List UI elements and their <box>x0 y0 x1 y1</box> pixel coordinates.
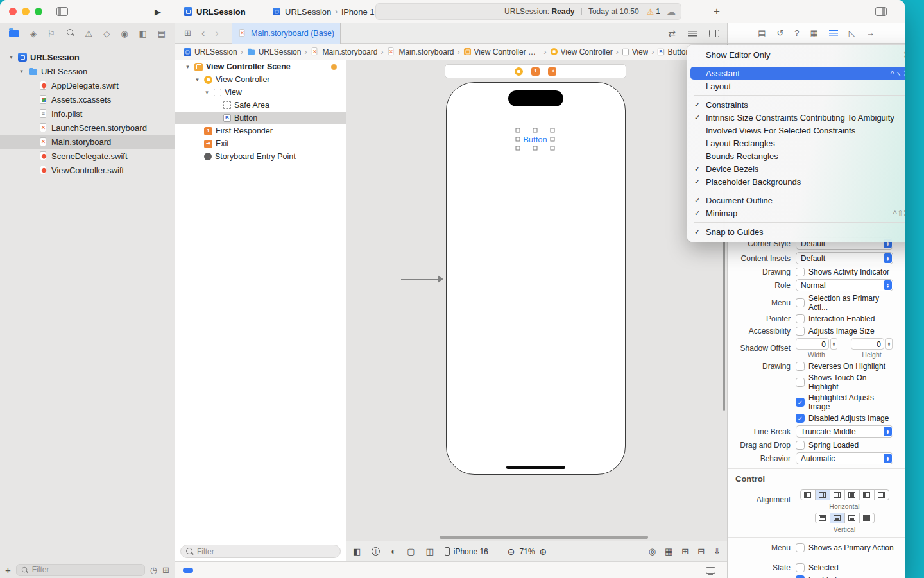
selection-handle[interactable] <box>551 137 555 142</box>
align-icon[interactable]: ⊞ <box>681 547 689 556</box>
add-editor-icon[interactable] <box>709 30 719 37</box>
checkbox-enabled[interactable]: ✓Enabled <box>796 575 837 578</box>
attributes-inspector-icon[interactable] <box>829 28 838 38</box>
orientation-icon[interactable]: ◫ <box>425 547 433 556</box>
checkbox-selection-as-primary-acti[interactable]: Selection as Primary Acti... <box>796 294 896 312</box>
file-row-appdelegate-swift[interactable]: AppDelegate.swift <box>0 78 175 92</box>
breadcrumb-view-6[interactable]: View <box>622 47 649 56</box>
breakpoints-navigator-icon[interactable]: ◧ <box>139 29 146 38</box>
selection-handle[interactable] <box>516 146 520 151</box>
zoom-in-icon[interactable]: ⊕ <box>540 547 547 556</box>
align-segment-h-1[interactable] <box>815 489 830 500</box>
file-row-assets-xcassets[interactable]: Assets.xcassets <box>0 92 175 106</box>
project-navigator-icon[interactable] <box>9 28 19 39</box>
align-segment-h-2[interactable] <box>830 489 845 500</box>
field-shadow-offset-width[interactable]: 0▲▼ <box>796 338 837 350</box>
checkbox-shows-touch-on-highlight[interactable]: Shows Touch On Highlight <box>796 373 896 391</box>
embed-icon[interactable]: ▦ <box>665 547 672 556</box>
selection-handle[interactable] <box>516 128 520 133</box>
editor-options-button[interactable] <box>688 30 697 37</box>
hide-document-outline-icon[interactable]: ◧ <box>353 547 361 556</box>
tab-main-storyboard[interactable]: ✕ Main.storyboard (Base) <box>232 23 341 44</box>
add-constraints-icon[interactable]: ⊟ <box>697 547 705 556</box>
outline-row-exit[interactable]: ⇥Exit <box>175 137 346 150</box>
menu-item-document-outline[interactable]: ✓Document Outline <box>687 194 905 207</box>
menu-item-assistant[interactable]: Assistant^⌥⌘↩ <box>690 67 905 80</box>
menu-item-device-bezels[interactable]: ✓Device Bezels <box>687 162 905 175</box>
align-segment-v-1[interactable] <box>830 513 845 523</box>
update-frames-icon[interactable]: ◎ <box>649 547 656 556</box>
file-row-urlsession[interactable]: ▾URLSession <box>0 64 175 78</box>
checkbox-selected[interactable]: Selected <box>796 563 839 572</box>
minimize-window-button[interactable] <box>22 8 30 15</box>
outline-row-safe-area[interactable]: Safe Area <box>175 99 346 112</box>
checkbox-shows-as-primary-action[interactable]: Shows as Primary Action <box>796 543 894 552</box>
file-row-main-storyboard[interactable]: ✕Main.storyboard <box>0 135 175 149</box>
identity-inspector-icon[interactable]: ▦ <box>810 28 818 38</box>
file-row-scenedelegate-swift[interactable]: SceneDelegate.swift <box>0 149 175 163</box>
size-inspector-icon[interactable]: ◺ <box>849 28 855 38</box>
menu-item-bounds-rectangles[interactable]: Bounds Rectangles <box>687 149 905 162</box>
selection-handle[interactable] <box>533 128 538 133</box>
close-window-button[interactable] <box>9 8 17 15</box>
checkbox-disabled-adjusts-image[interactable]: ✓Disabled Adjusts Image <box>796 414 889 423</box>
checkbox-adjusts-image-size[interactable]: Adjusts Image Size <box>796 327 875 336</box>
forward-button[interactable]: › <box>215 28 218 38</box>
device-selector[interactable]: iPhone 16 <box>445 547 488 556</box>
menu-item-placeholder-backgrounds[interactable]: ✓Placeholder Backgrounds <box>687 175 905 188</box>
checkbox-shows-activity-indicator[interactable]: Shows Activity Indicator <box>796 268 889 276</box>
warning-badge[interactable]: ⚠ 1 <box>647 7 660 17</box>
file-inspector-icon[interactable]: ▤ <box>758 28 766 38</box>
breadcrumb-view-controller-5[interactable]: View Controller <box>550 47 613 56</box>
align-segment-h-3[interactable] <box>844 489 860 500</box>
align-segment-v-2[interactable] <box>844 513 860 523</box>
breadcrumb-main-storyboard-2[interactable]: ✕Main.storyboard <box>310 47 377 56</box>
zoom-out-icon[interactable]: ⊖ <box>508 547 515 556</box>
outline-row-view[interactable]: ▾View <box>175 86 346 99</box>
outline-row-storyboard-entry-point[interactable]: →Storyboard Entry Point <box>175 150 346 163</box>
display-icon[interactable] <box>706 567 715 574</box>
stepper-icon[interactable]: ▲▼ <box>830 338 837 350</box>
source-control-navigator-icon[interactable]: ◈ <box>30 29 37 38</box>
checkbox-interaction-enabled[interactable]: Interaction Enabled <box>796 314 875 323</box>
breadcrumb-main-storyboard-3[interactable]: ✕Main.storyboard <box>386 47 454 56</box>
zoom-level[interactable]: 71% <box>520 547 535 556</box>
align-segment-h-5[interactable] <box>874 489 889 500</box>
popup-role[interactable]: Normal▲▼ <box>796 279 893 291</box>
new-tab-button[interactable]: + <box>714 5 720 18</box>
breadcrumb-view-controller-scene-4[interactable]: View Controller Scene <box>463 47 541 56</box>
outline-row-view-controller-scene[interactable]: ▾View Controller Scene <box>175 60 346 73</box>
menu-item-layout-rectangles[interactable]: Layout Rectangles <box>687 137 905 149</box>
back-button[interactable]: ‹ <box>201 28 205 38</box>
file-row-urlsession[interactable]: ▾URLSession <box>0 50 175 64</box>
add-file-button[interactable]: + <box>5 565 11 575</box>
storyboard-canvas[interactable]: 1⇥ Button ◧ i ◐ ▢ ◫ iPhone 16 <box>346 60 727 561</box>
issues-navigator-icon[interactable]: ⚠ <box>85 29 93 38</box>
breadcrumb-urlsession-0[interactable]: URLSession <box>183 47 237 56</box>
field-shadow-offset-height[interactable]: 0▲▼ <box>851 338 893 350</box>
stepper-icon[interactable]: ▲▼ <box>886 338 893 350</box>
zoom-window-button[interactable] <box>35 8 42 15</box>
align-segment-v-0[interactable] <box>815 513 830 523</box>
file-row-launchscreen-storyboard[interactable]: ✕LaunchScreen.storyboard <box>0 121 175 135</box>
selection-handle[interactable] <box>551 128 555 133</box>
adjust-editor-icon[interactable]: i <box>372 547 380 556</box>
connections-inspector-icon[interactable]: → <box>866 28 875 38</box>
bookmarks-navigator-icon[interactable]: ⚐ <box>47 29 55 38</box>
align-segment-h-4[interactable] <box>859 489 875 500</box>
resolve-autolayout-icon[interactable]: ⇩ <box>714 547 721 556</box>
checkbox-spring-loaded[interactable]: Spring Loaded <box>796 441 859 450</box>
activity-view[interactable]: URLSession: Ready Today at 10:50 ⚠ 1 ☁ <box>375 3 681 20</box>
horizontal-scrollbar[interactable] <box>440 536 648 539</box>
navigator-filter-field[interactable]: Filter <box>16 564 145 576</box>
menu-item-layout[interactable]: Layout› <box>687 80 905 92</box>
toggle-inspector-button[interactable] <box>875 0 887 23</box>
history-inspector-icon[interactable]: ↺ <box>776 28 783 38</box>
file-row-viewcontroller-swift[interactable]: ViewController.swift <box>0 163 175 177</box>
source-control-filter-icon[interactable]: ⊞ <box>162 565 169 575</box>
find-navigator-icon[interactable] <box>66 28 74 38</box>
menu-item-intrinsic-size-constraints-contributing-to-ambiguity[interactable]: ✓Intrinsic Size Constraints Contributing… <box>687 111 905 124</box>
recent-files-filter-icon[interactable]: ◷ <box>150 565 157 575</box>
code-review-icon[interactable]: ⇄ <box>668 28 676 38</box>
menu-item-involved-views-for-selected-constraints[interactable]: Involved Views For Selected Constraints <box>687 124 905 137</box>
